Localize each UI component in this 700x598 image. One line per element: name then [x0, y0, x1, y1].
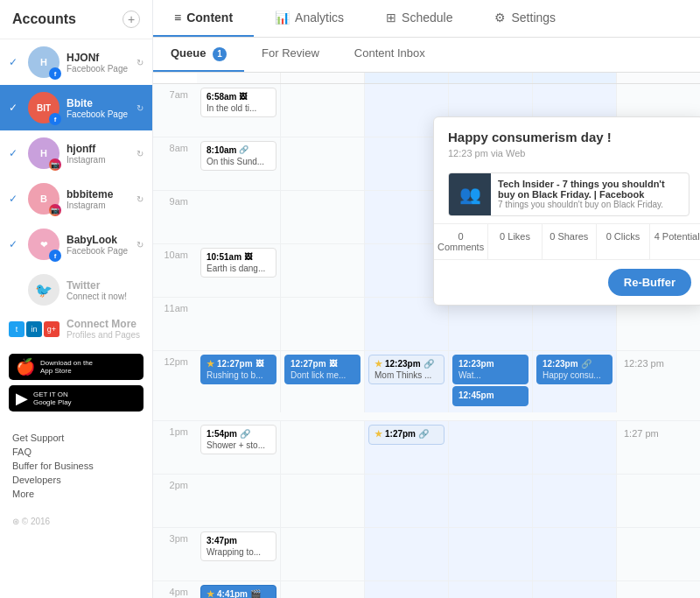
star-icon: ★	[206, 359, 214, 369]
post-card[interactable]: 12:27pm 🖼 Dont lick me...	[284, 355, 360, 384]
app-store-section: 🍎 Download on the App Store ▶ GET IT ON …	[0, 345, 152, 426]
col-1: ★ 4:41pm 🎬 A Nice Match!	[197, 581, 281, 599]
popup-stats: 0 Comments 0 Likes 0 Shares 0 Clicks 4 P…	[434, 223, 700, 260]
image-icon: 🖼	[239, 92, 247, 101]
col-1: 3:47pm Wrapping to...	[197, 528, 281, 580]
more-link[interactable]: More	[12, 489, 140, 499]
time-label: 10am	[153, 244, 197, 265]
account-type: Instagram	[66, 155, 136, 165]
account-name: hjonff	[66, 143, 136, 155]
connect-more-item[interactable]: t in g+ Connect More Profiles and Pages	[0, 313, 152, 345]
col-3: ★ 1:27pm 🔗	[365, 421, 449, 474]
time-label: 1pm	[153, 421, 197, 442]
col-5: 12:23pm 🔗 Happy consu...	[533, 351, 617, 412]
account-item-hjonf[interactable]: ✓ H f HJONf Facebook Page ↻	[0, 39, 152, 85]
content-area: 7am 6:58am 🖼 In the old ti...	[153, 73, 700, 599]
avatar: BIT f	[28, 92, 60, 123]
account-item-hjonff[interactable]: ✓ H 📷 hjonff Instagram ↻	[0, 130, 152, 176]
instagram-badge: 📷	[49, 204, 61, 216]
account-item-bbbiteme[interactable]: ✓ B 📷 bbbiteme Instagram ↻	[0, 176, 152, 222]
account-check: ✓	[9, 238, 23, 250]
post-card[interactable]: 12:23pm 🔗 Happy consu...	[536, 355, 612, 384]
analytics-label: Analytics	[295, 11, 344, 25]
sidebar-header: Accounts +	[0, 0, 152, 39]
popup-preview-sub: 7 things you shouldn't buy on Black Frid…	[498, 200, 682, 209]
post-card[interactable]: ★ 1:27pm 🔗	[368, 425, 444, 445]
post-card[interactable]: 1:54pm 🔗 Shower + sto...	[200, 425, 276, 454]
app-store-button[interactable]: 🍎 Download on the App Store	[9, 354, 144, 380]
star-icon: ★	[374, 429, 382, 439]
facebook-badge: f	[49, 113, 61, 125]
tab-analytics[interactable]: 📊 Analytics	[254, 0, 365, 37]
popup-stat-clicks: 0 Clicks	[597, 224, 651, 259]
app-store-label: App Store	[40, 367, 93, 375]
post-card[interactable]: 8:10am 🔗 On this Sund...	[200, 141, 276, 171]
schedule-label: Schedule	[402, 11, 452, 25]
main-content: ≡ Content 📊 Analytics ⊞ Schedule ⚙ Setti…	[153, 0, 700, 598]
col-2	[281, 84, 365, 137]
account-item-twitter[interactable]: 🐦 Twitter Connect it now!	[0, 267, 152, 313]
apple-icon: 🍎	[16, 357, 35, 376]
schedule-icon: ⊞	[386, 11, 396, 25]
faq-link[interactable]: FAQ	[12, 447, 140, 457]
account-item-bbite[interactable]: ✓ BIT f Bbite Facebook Page ↻	[0, 85, 152, 130]
col-header-1	[197, 73, 281, 83]
post-card[interactable]: 12:45pm	[452, 386, 528, 406]
avatar: ❤ f	[28, 229, 60, 260]
post-card[interactable]: ★ 12:27pm 🖼 Rushing to b...	[200, 355, 276, 384]
post-card[interactable]: ★ 12:23pm 🔗 Mom Thinks ...	[368, 355, 444, 384]
get-support-link[interactable]: Get Support	[12, 433, 140, 443]
analytics-icon: 📊	[275, 11, 290, 25]
post-card[interactable]: 12:23pm Wat...	[452, 355, 528, 384]
top-nav: ≡ Content 📊 Analytics ⊞ Schedule ⚙ Setti…	[153, 0, 700, 38]
account-check: ✓	[9, 193, 23, 205]
time-label: 4pm	[153, 581, 197, 599]
twitter-mini-icon: t	[9, 321, 24, 337]
post-card[interactable]: 3:47pm Wrapping to...	[200, 531, 276, 561]
sidebar-title: Accounts	[12, 11, 76, 27]
connect-more-label: Connect More	[66, 318, 140, 330]
rebuffer-button[interactable]: Re-Buffer	[608, 269, 691, 296]
content-label: Content	[186, 11, 233, 25]
popup-preview-image: 👥	[449, 173, 491, 215]
col-6: 12:23 pm	[617, 351, 700, 412]
time-label: 2pm	[153, 475, 197, 496]
add-account-button[interactable]: +	[122, 11, 140, 28]
post-card[interactable]: 6:58am 🖼 In the old ti...	[200, 88, 276, 117]
account-check: ✓	[9, 147, 23, 159]
buffer-business-link[interactable]: Buffer for Business	[12, 461, 140, 471]
account-type: Facebook Page	[66, 64, 136, 74]
subtab-for-review[interactable]: For Review	[244, 38, 337, 72]
account-item-babylook[interactable]: ✓ ❤ f BabyLook Facebook Page ↻	[0, 222, 152, 267]
account-name: HJONf	[66, 52, 136, 64]
account-name: BabyLook	[66, 234, 136, 246]
popup-preview: 👥 Tech Insider - 7 things you shouldn't …	[448, 172, 690, 216]
time-label: 9am	[153, 191, 197, 212]
time-row-3pm: 3pm 3:47pm Wrapping to...	[153, 528, 700, 581]
developers-link[interactable]: Developers	[12, 475, 140, 485]
time-row-1pm: 1pm 1:54pm 🔗 Shower + sto... ★ 1:27pm 🔗	[153, 421, 700, 475]
col-1: 6:58am 🖼 In the old ti...	[197, 84, 281, 137]
col-1: 1:54pm 🔗 Shower + sto...	[197, 421, 281, 474]
sub-nav: Queue 1 For Review Content Inbox	[153, 38, 700, 73]
tab-schedule[interactable]: ⊞ Schedule	[365, 0, 473, 37]
col-2: 12:27pm 🖼 Dont lick me...	[281, 351, 365, 412]
time-label: 7am	[153, 84, 197, 105]
col-4: 12:23pm Wat... 12:45pm	[449, 351, 533, 412]
col-header-5	[533, 73, 617, 83]
tab-content[interactable]: ≡ Content	[153, 0, 254, 37]
post-card[interactable]: ★ 4:41pm 🎬 A Nice Match!	[200, 585, 276, 599]
tab-settings[interactable]: ⚙ Settings	[473, 0, 577, 37]
google-play-button[interactable]: ▶ GET IT ON Google Play	[9, 385, 144, 412]
post-card[interactable]: 10:51am 🖼 Earth is dang...	[200, 248, 276, 278]
popup-stat-comments: 0 Comments	[434, 224, 488, 259]
popup-title: Happy consumerism day !	[448, 130, 690, 144]
subtab-queue[interactable]: Queue 1	[153, 38, 244, 72]
col-1: ★ 12:27pm 🖼 Rushing to b...	[197, 351, 281, 412]
account-check: ✓	[9, 56, 23, 68]
instagram-badge: 📷	[49, 158, 61, 171]
post-popup: Happy consumerism day ! 12:23 pm via Web…	[433, 116, 700, 306]
settings-icon: ⚙	[494, 11, 506, 25]
subtab-content-inbox[interactable]: Content Inbox	[337, 38, 443, 72]
col-header-2	[281, 73, 365, 83]
